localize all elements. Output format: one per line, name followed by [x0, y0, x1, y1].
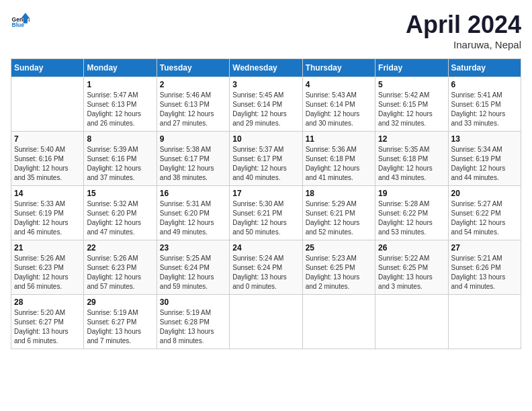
calendar-cell: 12Sunrise: 5:35 AM Sunset: 6:18 PM Dayli… — [375, 132, 448, 186]
day-number: 18 — [306, 189, 372, 198]
day-number: 1 — [87, 80, 153, 89]
day-number: 20 — [451, 189, 518, 198]
day-header-tuesday: Tuesday — [157, 59, 229, 77]
day-info: Sunrise: 5:25 AM Sunset: 6:24 PM Dayligh… — [160, 254, 226, 291]
day-number: 13 — [451, 134, 518, 144]
day-info: Sunrise: 5:30 AM Sunset: 6:21 PM Dayligh… — [232, 199, 299, 237]
calendar-cell: 11Sunrise: 5:36 AM Sunset: 6:18 PM Dayli… — [302, 132, 375, 186]
day-info: Sunrise: 5:33 AM Sunset: 6:19 PM Dayligh… — [14, 199, 81, 237]
calendar-cell: 28Sunrise: 5:20 AM Sunset: 6:27 PM Dayli… — [11, 295, 84, 349]
day-number: 12 — [378, 134, 445, 144]
day-info: Sunrise: 5:41 AM Sunset: 6:15 PM Dayligh… — [451, 91, 518, 128]
day-info: Sunrise: 5:22 AM Sunset: 6:25 PM Dayligh… — [378, 254, 445, 291]
calendar-cell — [302, 295, 375, 349]
calendar-cell: 23Sunrise: 5:25 AM Sunset: 6:24 PM Dayli… — [157, 240, 229, 295]
calendar-cell: 20Sunrise: 5:27 AM Sunset: 6:22 PM Dayli… — [448, 186, 521, 240]
day-header-sunday: Sunday — [11, 59, 84, 77]
day-number: 28 — [14, 298, 81, 307]
logo: General Blue — [11, 11, 30, 30]
calendar-cell: 3Sunrise: 5:45 AM Sunset: 6:14 PM Daylig… — [230, 77, 302, 132]
day-info: Sunrise: 5:19 AM Sunset: 6:27 PM Dayligh… — [87, 308, 153, 346]
day-number: 21 — [14, 243, 81, 253]
calendar-cell: 10Sunrise: 5:37 AM Sunset: 6:17 PM Dayli… — [230, 132, 302, 186]
day-info: Sunrise: 5:27 AM Sunset: 6:22 PM Dayligh… — [451, 199, 518, 237]
day-info: Sunrise: 5:21 AM Sunset: 6:26 PM Dayligh… — [451, 254, 518, 291]
day-info: Sunrise: 5:23 AM Sunset: 6:25 PM Dayligh… — [306, 254, 372, 291]
day-info: Sunrise: 5:43 AM Sunset: 6:14 PM Dayligh… — [306, 91, 372, 128]
calendar-cell: 13Sunrise: 5:34 AM Sunset: 6:19 PM Dayli… — [448, 132, 521, 186]
day-info: Sunrise: 5:24 AM Sunset: 6:24 PM Dayligh… — [232, 254, 299, 291]
day-info: Sunrise: 5:37 AM Sunset: 6:17 PM Dayligh… — [232, 145, 299, 183]
day-info: Sunrise: 5:39 AM Sunset: 6:16 PM Dayligh… — [87, 145, 153, 183]
calendar-cell: 17Sunrise: 5:30 AM Sunset: 6:21 PM Dayli… — [230, 186, 302, 240]
day-number: 8 — [87, 134, 153, 144]
calendar-cell — [11, 77, 84, 132]
day-info: Sunrise: 5:32 AM Sunset: 6:20 PM Dayligh… — [87, 199, 153, 237]
day-number: 11 — [306, 134, 372, 144]
calendar-cell: 15Sunrise: 5:32 AM Sunset: 6:20 PM Dayli… — [84, 186, 157, 240]
calendar-cell: 1Sunrise: 5:47 AM Sunset: 6:13 PM Daylig… — [84, 77, 157, 132]
calendar-week-5: 28Sunrise: 5:20 AM Sunset: 6:27 PM Dayli… — [11, 295, 521, 349]
day-number: 14 — [14, 189, 81, 198]
day-info: Sunrise: 5:40 AM Sunset: 6:16 PM Dayligh… — [14, 145, 81, 183]
calendar-cell: 30Sunrise: 5:19 AM Sunset: 6:28 PM Dayli… — [157, 295, 229, 349]
calendar-cell: 8Sunrise: 5:39 AM Sunset: 6:16 PM Daylig… — [84, 132, 157, 186]
calendar-cell: 27Sunrise: 5:21 AM Sunset: 6:26 PM Dayli… — [448, 240, 521, 295]
day-header-saturday: Saturday — [448, 59, 521, 77]
calendar-week-1: 1Sunrise: 5:47 AM Sunset: 6:13 PM Daylig… — [11, 77, 521, 132]
calendar-cell: 26Sunrise: 5:22 AM Sunset: 6:25 PM Dayli… — [375, 240, 448, 295]
calendar-cell — [230, 295, 302, 349]
day-number: 26 — [378, 243, 445, 253]
calendar-cell: 4Sunrise: 5:43 AM Sunset: 6:14 PM Daylig… — [302, 77, 375, 132]
svg-text:Blue: Blue — [12, 21, 25, 28]
day-number: 6 — [451, 80, 518, 89]
calendar-cell: 18Sunrise: 5:29 AM Sunset: 6:21 PM Dayli… — [302, 186, 375, 240]
logo-icon: General Blue — [11, 11, 30, 30]
calendar-week-4: 21Sunrise: 5:26 AM Sunset: 6:23 PM Dayli… — [11, 240, 521, 295]
title-block: April 2024 Inaruwa, Nepal — [406, 11, 521, 50]
calendar-table: SundayMondayTuesdayWednesdayThursdayFrid… — [11, 58, 521, 349]
day-info: Sunrise: 5:36 AM Sunset: 6:18 PM Dayligh… — [306, 145, 372, 183]
calendar-header-row: SundayMondayTuesdayWednesdayThursdayFrid… — [11, 59, 521, 77]
day-info: Sunrise: 5:28 AM Sunset: 6:22 PM Dayligh… — [378, 199, 445, 237]
calendar-cell — [448, 295, 521, 349]
calendar-cell: 14Sunrise: 5:33 AM Sunset: 6:19 PM Dayli… — [11, 186, 84, 240]
day-number: 22 — [87, 243, 153, 253]
calendar-cell: 9Sunrise: 5:38 AM Sunset: 6:17 PM Daylig… — [157, 132, 229, 186]
day-info: Sunrise: 5:34 AM Sunset: 6:19 PM Dayligh… — [451, 145, 518, 183]
calendar-cell: 19Sunrise: 5:28 AM Sunset: 6:22 PM Dayli… — [375, 186, 448, 240]
day-number: 9 — [160, 134, 226, 144]
day-info: Sunrise: 5:42 AM Sunset: 6:15 PM Dayligh… — [378, 91, 445, 128]
day-number: 15 — [87, 189, 153, 198]
day-number: 4 — [306, 80, 372, 89]
day-info: Sunrise: 5:38 AM Sunset: 6:17 PM Dayligh… — [160, 145, 226, 183]
calendar-cell: 6Sunrise: 5:41 AM Sunset: 6:15 PM Daylig… — [448, 77, 521, 132]
day-header-monday: Monday — [84, 59, 157, 77]
day-header-friday: Friday — [375, 59, 448, 77]
calendar-cell: 5Sunrise: 5:42 AM Sunset: 6:15 PM Daylig… — [375, 77, 448, 132]
day-number: 16 — [160, 189, 226, 198]
day-info: Sunrise: 5:29 AM Sunset: 6:21 PM Dayligh… — [306, 199, 372, 237]
calendar-cell: 2Sunrise: 5:46 AM Sunset: 6:13 PM Daylig… — [157, 77, 229, 132]
day-number: 29 — [87, 298, 153, 307]
day-number: 17 — [232, 189, 299, 198]
day-info: Sunrise: 5:26 AM Sunset: 6:23 PM Dayligh… — [14, 254, 81, 291]
day-number: 3 — [232, 80, 299, 89]
day-info: Sunrise: 5:31 AM Sunset: 6:20 PM Dayligh… — [160, 199, 226, 237]
day-number: 30 — [160, 298, 226, 307]
day-number: 2 — [160, 80, 226, 89]
calendar-cell: 25Sunrise: 5:23 AM Sunset: 6:25 PM Dayli… — [302, 240, 375, 295]
day-info: Sunrise: 5:45 AM Sunset: 6:14 PM Dayligh… — [232, 91, 299, 128]
month-title: April 2024 — [406, 11, 521, 39]
calendar-cell: 16Sunrise: 5:31 AM Sunset: 6:20 PM Dayli… — [157, 186, 229, 240]
day-number: 23 — [160, 243, 226, 253]
day-number: 5 — [378, 80, 445, 89]
day-info: Sunrise: 5:47 AM Sunset: 6:13 PM Dayligh… — [87, 91, 153, 128]
calendar-cell: 29Sunrise: 5:19 AM Sunset: 6:27 PM Dayli… — [84, 295, 157, 349]
day-number: 27 — [451, 243, 518, 253]
day-number: 7 — [14, 134, 81, 144]
location-subtitle: Inaruwa, Nepal — [406, 39, 521, 50]
day-number: 10 — [232, 134, 299, 144]
calendar-cell — [375, 295, 448, 349]
page-header: General Blue April 2024 Inaruwa, Nepal — [11, 11, 521, 50]
